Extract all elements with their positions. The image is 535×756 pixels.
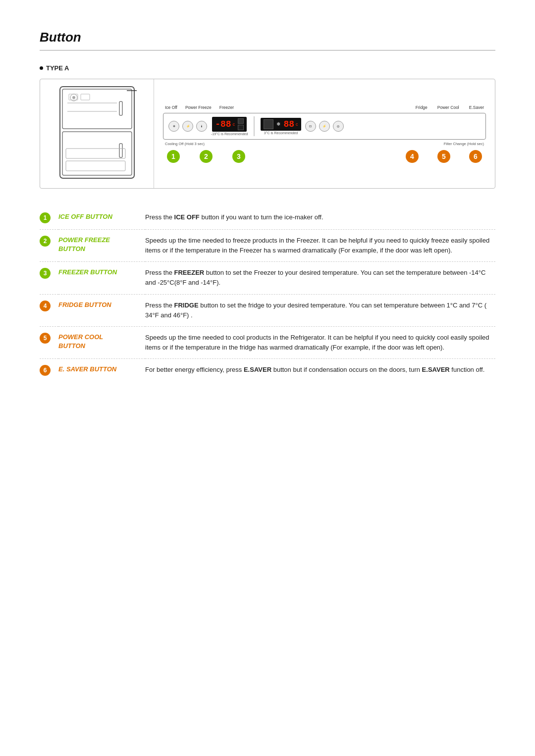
- row-desc-4: Press the FRIDGE button to set the fridg…: [145, 294, 495, 326]
- table-row: 6 E. SAVER BUTTON For better energy effi…: [40, 359, 495, 382]
- badge-5: 5: [437, 150, 450, 163]
- panel-row: ❄ ⚡ 🌡 -88 c -19°C is Recommended: [163, 113, 486, 140]
- table-row: 1 ICE OFF BUTTON Press the ICE OFF butto…: [40, 206, 495, 230]
- fridge-icon: ❄: [276, 121, 280, 127]
- svg-rect-2: [119, 101, 122, 115]
- left-labels: Ice Off Power Freeze Freezer: [165, 105, 234, 110]
- power-cool-button-label: POWER COOLBUTTON: [58, 333, 103, 350]
- row-label-cell: POWER COOLBUTTON: [58, 326, 145, 358]
- freezer-unit: c: [233, 122, 235, 127]
- row-label-cell: ICE OFF BUTTON: [58, 206, 145, 230]
- row-badge-2: 2: [40, 236, 51, 247]
- freezer-display: -88 c: [212, 117, 247, 132]
- row-label-cell: E. SAVER BUTTON: [58, 359, 145, 382]
- freezer-label: Freezer: [219, 105, 234, 110]
- control-panel: Ice Off Power Freeze Freezer Fridge Powe…: [154, 79, 495, 188]
- badge-6: 6: [469, 150, 482, 163]
- power-cool-btn[interactable]: ⚡: [319, 121, 330, 132]
- badge-1: 1: [167, 150, 180, 163]
- svg-point-8: [72, 96, 75, 99]
- table-row: 4 FRIDGE BUTTON Press the FRIDGE button …: [40, 294, 495, 326]
- row-label-cell: POWER FREEZEBUTTON: [58, 230, 145, 262]
- fridge-svg: [50, 84, 144, 183]
- freezer-temp: -88: [215, 120, 231, 129]
- power-freeze-btn[interactable]: ⚡: [182, 121, 193, 132]
- esaver-label: E.Saver: [469, 105, 484, 110]
- fridge-rec: 3°C is Recommended: [264, 131, 298, 135]
- row-desc-5: Speeds up the time needed to cool produc…: [145, 326, 495, 358]
- svg-rect-12: [81, 94, 90, 100]
- table-row: 3 FREEZER BUTTON Press the FREEZER butto…: [40, 262, 495, 294]
- freezer-button-label: FREEZER BUTTON: [58, 268, 117, 276]
- row-label-cell: FREEZER BUTTON: [58, 262, 145, 294]
- right-badges: 4 5 6: [406, 150, 482, 163]
- fridge-drawing: [40, 79, 154, 188]
- title-divider: [40, 50, 495, 50]
- filter-btn[interactable]: ⊡: [305, 121, 316, 132]
- svg-rect-3: [62, 132, 132, 175]
- fridge-display-icon: [264, 119, 273, 129]
- freezer-display-section: -88 c -19°C is Recommended: [211, 117, 248, 136]
- row-num-cell: 1: [40, 206, 58, 230]
- row-badge-6: 6: [40, 365, 51, 376]
- fridge-label: Fridge: [416, 105, 428, 110]
- fridge-display: ❄ 88 c: [261, 118, 301, 131]
- left-buttons: ❄ ⚡ 🌡: [168, 121, 207, 132]
- freezer-rec: -19°C is Recommended: [211, 132, 248, 136]
- power-cool-label: Power Cool: [437, 105, 459, 110]
- row-desc-1: Press the ICE OFF button if you want to …: [145, 206, 495, 230]
- esaver-button-label: E. SAVER BUTTON: [58, 365, 116, 373]
- badge-row: 1 2 3 4 5 6: [163, 148, 486, 163]
- right-buttons: ⊡ ⚡ ◎: [305, 121, 344, 132]
- badge-2: 2: [200, 150, 213, 163]
- fridge-unit: c: [296, 122, 298, 127]
- type-label: TYPE A: [40, 64, 495, 72]
- row-label-cell: FRIDGE BUTTON: [58, 294, 145, 326]
- row-desc-6: For better energy efficiency, press E.SA…: [145, 359, 495, 382]
- right-labels: Fridge Power Cool E.Saver: [416, 105, 484, 110]
- badge-4: 4: [406, 150, 419, 163]
- power-freeze-button-label: POWER FREEZEBUTTON: [58, 236, 110, 252]
- esaver-btn[interactable]: ◎: [333, 121, 344, 132]
- sublabel-row: Cooling Off (Hold 3 sec) Filter Change (…: [163, 142, 486, 146]
- row-num-cell: 6: [40, 359, 58, 382]
- ice-off-btn[interactable]: ❄: [168, 121, 179, 132]
- panel-divider: [254, 116, 255, 136]
- filter-change-label: Filter Change (Hold sec): [444, 142, 484, 146]
- svg-rect-10: [66, 161, 125, 171]
- row-num-cell: 4: [40, 294, 58, 326]
- ice-off-label: Ice Off: [165, 105, 177, 110]
- cooling-off-label: Cooling Off (Hold 3 sec): [165, 142, 205, 146]
- table-row: 2 POWER FREEZEBUTTON Speeds up the time …: [40, 230, 495, 262]
- row-badge-4: 4: [40, 301, 51, 311]
- table-row: 5 POWER COOLBUTTON Speeds up the time ne…: [40, 326, 495, 358]
- row-desc-2: Speeds up the time needed to freeze prod…: [145, 230, 495, 262]
- diagram-container: Ice Off Power Freeze Freezer Fridge Powe…: [40, 79, 495, 189]
- fridge-button-label: FRIDGE BUTTON: [58, 301, 111, 308]
- display-icon-2: [238, 125, 244, 130]
- power-freeze-label: Power Freeze: [185, 105, 212, 110]
- row-desc-3: Press the FREEZER button to set the Free…: [145, 262, 495, 294]
- ice-off-button-label: ICE OFF BUTTON: [58, 213, 112, 220]
- row-badge-5: 5: [40, 333, 51, 344]
- svg-rect-0: [60, 87, 134, 178]
- row-num-cell: 3: [40, 262, 58, 294]
- svg-rect-4: [119, 144, 122, 157]
- fridge-display-section: ❄ 88 c 3°C is Recommended: [261, 118, 301, 135]
- page-title: Button: [40, 30, 495, 45]
- row-badge-1: 1: [40, 212, 51, 223]
- display-icon-1: [238, 118, 244, 124]
- svg-rect-9: [66, 149, 125, 158]
- svg-rect-1: [62, 89, 132, 129]
- row-badge-3: 3: [40, 268, 51, 279]
- badge-3: 3: [232, 150, 245, 163]
- freezer-btn[interactable]: 🌡: [196, 121, 207, 132]
- row-num-cell: 2: [40, 230, 58, 262]
- info-table: 1 ICE OFF BUTTON Press the ICE OFF butto…: [40, 206, 495, 382]
- fridge-temp: 88: [283, 120, 294, 129]
- bullet-icon: [40, 66, 43, 70]
- row-num-cell: 5: [40, 326, 58, 358]
- left-badges: 1 2 3: [167, 150, 245, 163]
